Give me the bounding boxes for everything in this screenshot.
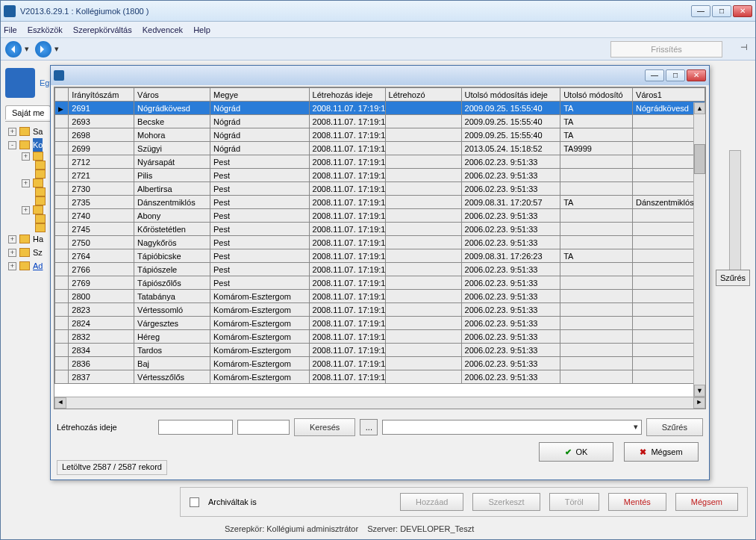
cell-county[interactable]: Komárom-Esztergom bbox=[210, 344, 310, 357]
filter-right-button[interactable]: Szűrés bbox=[716, 270, 750, 286]
scroll-up-icon[interactable]: ▲ bbox=[694, 102, 705, 114]
cell-modifier[interactable] bbox=[560, 236, 633, 249]
cell-city[interactable]: Nyársapát bbox=[134, 155, 210, 169]
cell-county[interactable]: Nógrád bbox=[210, 115, 310, 128]
cell-zip[interactable]: 2745 bbox=[69, 223, 134, 236]
cell-city[interactable]: Albertirsa bbox=[134, 182, 210, 196]
expand-icon[interactable]: + bbox=[8, 249, 16, 257]
cell-created[interactable]: 2008.11.07. 17:19:1 bbox=[309, 223, 385, 236]
table-row[interactable]: 2824VárgesztesKomárom-Esztergom2008.11.0… bbox=[55, 317, 705, 330]
pin-icon[interactable]: ⊣ bbox=[737, 43, 751, 56]
cell-city[interactable]: Tápiószele bbox=[134, 263, 210, 276]
table-row[interactable]: 2769TápiószőlősPest2008.11.07. 17:19:120… bbox=[55, 276, 705, 290]
cell-creator[interactable] bbox=[385, 169, 461, 182]
cell-county[interactable]: Pest bbox=[210, 223, 310, 236]
cell-modified[interactable]: 2006.02.23. 9:51:33 bbox=[461, 303, 560, 317]
cell-creator[interactable] bbox=[385, 249, 461, 263]
table-row[interactable]: 2698MohoraNógrád2008.11.07. 17:19:12009.… bbox=[55, 128, 705, 142]
cell-city[interactable]: Tatabánya bbox=[134, 290, 210, 303]
cell-city[interactable]: Héreg bbox=[134, 330, 210, 344]
cell-zip[interactable]: 2800 bbox=[69, 290, 134, 303]
grid-vertical-scrollbar[interactable]: ▲ ▼ bbox=[693, 102, 705, 397]
table-row[interactable]: 2764TápióbicskePest2008.11.07. 17:19:120… bbox=[55, 249, 705, 263]
cell-city[interactable]: Várgesztes bbox=[134, 317, 210, 330]
cell-creator[interactable] bbox=[385, 155, 461, 169]
cell-creator[interactable] bbox=[385, 128, 461, 142]
cell-created[interactable]: 2008.11.07. 17:19:1 bbox=[309, 102, 385, 115]
cell-zip[interactable]: 2769 bbox=[69, 276, 134, 290]
cell-creator[interactable] bbox=[385, 330, 461, 344]
cell-modifier[interactable]: TA bbox=[560, 128, 633, 142]
right-scrollbar[interactable] bbox=[729, 150, 741, 285]
search-from-input[interactable] bbox=[158, 420, 233, 435]
cell-city[interactable]: Nagykőrös bbox=[134, 236, 210, 249]
cell-created[interactable]: 2008.11.07. 17:19:1 bbox=[309, 249, 385, 263]
dialog-maximize-button[interactable]: □ bbox=[666, 69, 685, 81]
expand-icon[interactable]: + bbox=[8, 128, 16, 136]
grid-horizontal-scrollbar[interactable]: ◄ ► bbox=[54, 397, 705, 409]
cell-zip[interactable]: 2824 bbox=[69, 317, 134, 330]
cell-modifier[interactable] bbox=[560, 155, 633, 169]
expand-icon[interactable]: + bbox=[8, 235, 16, 243]
cell-modified[interactable]: 2006.02.23. 9:51:33 bbox=[461, 290, 560, 303]
cell-created[interactable]: 2008.11.07. 17:19:1 bbox=[309, 196, 385, 209]
close-button[interactable]: ✕ bbox=[733, 5, 752, 17]
cell-county[interactable]: Komárom-Esztergom bbox=[210, 370, 310, 384]
cell-county[interactable]: Komárom-Esztergom bbox=[210, 330, 310, 344]
cell-county[interactable]: Pest bbox=[210, 263, 310, 276]
cell-zip[interactable]: 2712 bbox=[69, 155, 134, 169]
col-header[interactable]: Utolsó módosítás ideje bbox=[461, 88, 560, 102]
edit-button[interactable]: Szerkeszt bbox=[472, 493, 540, 511]
table-row[interactable]: 2735DánszentmiklósPest2008.11.07. 17:19:… bbox=[55, 196, 705, 209]
col-header[interactable]: Város1 bbox=[633, 88, 705, 102]
cell-city[interactable]: Nógrádkövesd bbox=[134, 102, 210, 115]
col-header[interactable]: Megye bbox=[210, 88, 310, 102]
filter-dropdown[interactable] bbox=[382, 420, 641, 435]
tree-ad[interactable]: Ad bbox=[33, 259, 43, 273]
cell-modified[interactable]: 2006.02.23. 9:51:33 bbox=[461, 344, 560, 357]
ellipsis-button[interactable]: ... bbox=[360, 419, 378, 435]
cell-created[interactable]: 2008.11.07. 17:19:1 bbox=[309, 142, 385, 155]
tree-ha[interactable]: Ha bbox=[33, 232, 43, 246]
col-header[interactable]: Város bbox=[134, 88, 210, 102]
cell-modified[interactable]: 2006.02.23. 9:51:33 bbox=[461, 209, 560, 223]
col-header[interactable]: Létrehozás ideje bbox=[309, 88, 385, 102]
cell-modified[interactable]: 2006.02.23. 9:51:33 bbox=[461, 357, 560, 370]
cell-zip[interactable]: 2740 bbox=[69, 209, 134, 223]
cell-county[interactable]: Komárom-Esztergom bbox=[210, 290, 310, 303]
delete-button[interactable]: Töröl bbox=[549, 493, 599, 511]
cell-created[interactable]: 2008.11.07. 17:19:1 bbox=[309, 169, 385, 182]
menu-tools[interactable]: Eszközök bbox=[28, 25, 63, 34]
cell-county[interactable]: Nógrád bbox=[210, 128, 310, 142]
cell-created[interactable]: 2008.11.07. 17:19:1 bbox=[309, 182, 385, 196]
cell-county[interactable]: Pest bbox=[210, 236, 310, 249]
table-row[interactable]: 2836BajKomárom-Esztergom2008.11.07. 17:1… bbox=[55, 357, 705, 370]
cell-created[interactable]: 2008.11.07. 17:19:1 bbox=[309, 317, 385, 330]
table-row[interactable]: 2730AlbertirsaPest2008.11.07. 17:19:1200… bbox=[55, 182, 705, 196]
menu-help[interactable]: Help bbox=[193, 25, 210, 34]
expand-icon[interactable]: + bbox=[22, 152, 30, 161]
cell-modified[interactable]: 2009.08.31. 17:26:23 bbox=[461, 249, 560, 263]
cell-county[interactable]: Pest bbox=[210, 169, 310, 182]
cell-creator[interactable] bbox=[385, 182, 461, 196]
tab-own-menu[interactable]: Saját me bbox=[5, 105, 51, 120]
col-header[interactable]: Irányítószám bbox=[69, 88, 134, 102]
cell-county[interactable]: Komárom-Esztergom bbox=[210, 357, 310, 370]
menu-favorites[interactable]: Kedvencek bbox=[143, 25, 183, 34]
cell-modified[interactable]: 2006.02.23. 9:51:33 bbox=[461, 330, 560, 344]
cell-modifier[interactable] bbox=[560, 276, 633, 290]
cell-county[interactable]: Pest bbox=[210, 155, 310, 169]
cell-city[interactable]: Vértessomló bbox=[134, 303, 210, 317]
table-row[interactable]: 2766TápiószelePest2008.11.07. 17:19:1200… bbox=[55, 263, 705, 276]
cell-created[interactable]: 2008.11.07. 17:19:1 bbox=[309, 155, 385, 169]
cell-modifier[interactable]: TA bbox=[560, 115, 633, 128]
cell-zip[interactable]: 2837 bbox=[69, 370, 134, 384]
nav-back-dropdown[interactable]: ▾ bbox=[23, 41, 31, 58]
nav-forward-dropdown[interactable]: ▾ bbox=[53, 41, 60, 58]
table-row[interactable]: 2750NagykőrösPest2008.11.07. 17:19:12006… bbox=[55, 236, 705, 249]
cell-city[interactable]: Szügyi bbox=[134, 142, 210, 155]
cell-modifier[interactable] bbox=[560, 290, 633, 303]
cell-creator[interactable] bbox=[385, 209, 461, 223]
cell-modified[interactable]: 2006.02.23. 9:51:33 bbox=[461, 276, 560, 290]
table-row[interactable]: 2691NógrádkövesdNógrád2008.11.07. 17:19:… bbox=[55, 102, 705, 115]
